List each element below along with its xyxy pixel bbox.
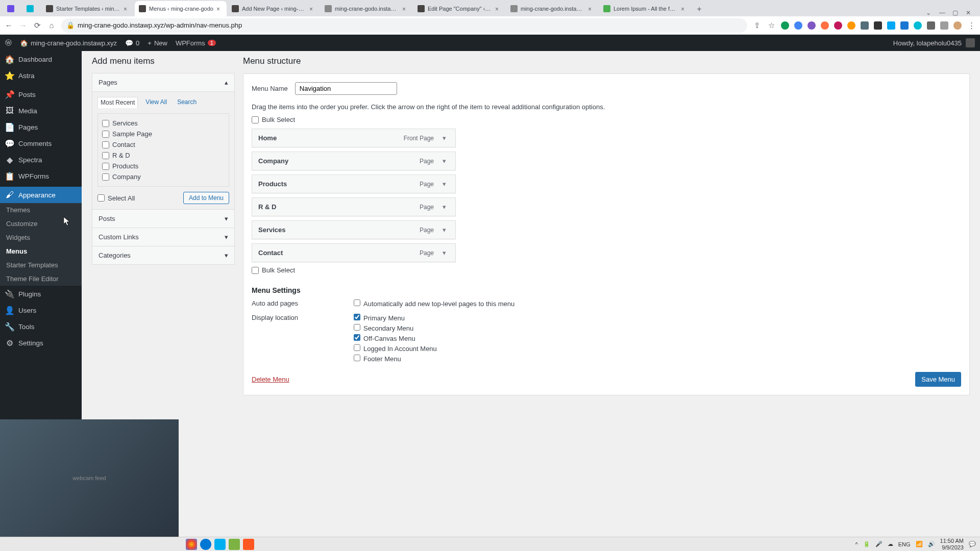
ext-icon[interactable] [900, 21, 909, 30]
browser-tab[interactable]: ming-crane-godo.instawp.xyz× [506, 1, 598, 16]
menu-item[interactable]: ServicesPage▾ [252, 220, 456, 239]
delete-menu-link[interactable]: Delete Menu [252, 375, 289, 383]
sidebar-item-appearance[interactable]: 🖌Appearance [0, 187, 82, 203]
categories-accordion[interactable]: Categories ▾ [92, 246, 235, 265]
taskbar-icon[interactable] [243, 539, 254, 550]
sidebar-item-users[interactable]: 👤Users [0, 302, 82, 318]
menu-icon[interactable]: ⋮ [967, 21, 976, 30]
auto-add-checkbox[interactable]: Automatically add new top-level pages to… [354, 299, 514, 308]
menu-item[interactable]: ContactPage▾ [252, 243, 456, 262]
ext-icon[interactable] [874, 21, 882, 30]
ext-icon[interactable] [927, 21, 935, 30]
page-checkbox[interactable]: Products [102, 161, 225, 171]
sidebar-sub-menus[interactable]: Menus [0, 244, 82, 258]
ext-icon[interactable] [834, 21, 842, 30]
pages-tab[interactable]: View All [143, 97, 169, 108]
tray-icon[interactable]: 🔋 [863, 541, 870, 547]
custom-links-accordion[interactable]: Custom Links ▾ [92, 228, 235, 246]
sidebar-item-media[interactable]: 🖼Media [0, 103, 82, 119]
ext-icon[interactable] [940, 21, 948, 30]
sidebar-item-plugins[interactable]: 🔌Plugins [0, 286, 82, 302]
ext-icon[interactable] [847, 21, 855, 30]
new-link[interactable]: + New [148, 39, 167, 47]
close-icon[interactable]: × [588, 6, 594, 12]
ext-icon[interactable] [887, 21, 895, 30]
save-menu-button[interactable]: Save Menu [915, 372, 961, 387]
page-checkbox[interactable]: Sample Page [102, 129, 225, 139]
pages-accordion[interactable]: Pages ▴ [92, 73, 235, 92]
menu-name-input[interactable] [295, 82, 397, 95]
close-icon[interactable]: × [495, 6, 501, 12]
reload-icon[interactable]: ⟳ [33, 21, 42, 30]
menu-item[interactable]: ProductsPage▾ [252, 174, 456, 193]
wpforms-link[interactable]: WPForms 1 [176, 39, 216, 47]
site-link[interactable]: 🏠 ming-crane-godo.instawp.xyz [20, 39, 117, 47]
menu-item[interactable]: CompanyPage▾ [252, 152, 456, 170]
tray-lang[interactable]: ENG [898, 541, 911, 547]
sidebar-item-tools[interactable]: 🔧Tools [0, 318, 82, 335]
chevron-down-icon[interactable]: ▾ [439, 226, 449, 234]
browser-tab[interactable]: Menus ‹ ming-crane-godo× [135, 1, 227, 16]
page-checkbox[interactable]: Services [102, 118, 225, 129]
page-checkbox[interactable]: Company [102, 171, 225, 182]
posts-accordion[interactable]: Posts ▾ [92, 209, 235, 228]
page-checkbox[interactable]: Contact [102, 139, 225, 150]
maximize-icon[interactable]: ▢ [952, 9, 960, 16]
add-to-menu-button[interactable]: Add to Menu [183, 192, 229, 204]
chevron-down-icon[interactable]: ▾ [439, 134, 449, 142]
close-icon[interactable]: × [216, 6, 223, 12]
sidebar-item-pages[interactable]: 📄Pages [0, 119, 82, 135]
page-checkbox[interactable]: R & D [102, 150, 225, 161]
browser-tab[interactable] [3, 1, 21, 16]
chevron-down-icon[interactable]: ▾ [439, 203, 449, 211]
tray-icon[interactable]: 🎤 [875, 541, 883, 547]
menu-item[interactable]: R & DPage▾ [252, 197, 456, 216]
tray-chevron-icon[interactable]: ^ [855, 541, 858, 547]
star-icon[interactable]: ☆ [767, 21, 776, 30]
ext-icon[interactable] [794, 21, 802, 30]
howdy-link[interactable]: Howdy, lolapeholu0435 [893, 38, 975, 47]
chevron-down-icon[interactable]: ▾ [439, 157, 449, 165]
browser-tab[interactable] [22, 1, 41, 16]
browser-tab[interactable]: Edit Page "Company" ‹ ming× [413, 1, 505, 16]
pages-tab[interactable]: Most Recent [97, 97, 138, 108]
select-all-checkbox[interactable]: Select All [97, 193, 135, 204]
taskbar-icon[interactable] [200, 539, 211, 550]
sidebar-sub-theme-file-editor[interactable]: Theme File Editor [0, 272, 82, 286]
sidebar-sub-customize[interactable]: Customize [0, 217, 82, 231]
sidebar-item-comments[interactable]: 💬Comments [0, 135, 82, 152]
ext-icon[interactable] [781, 21, 789, 30]
location-checkbox[interactable]: Primary Menu [354, 314, 437, 322]
ext-icon[interactable] [914, 21, 922, 30]
taskbar-icon[interactable] [186, 539, 197, 550]
tray-clock[interactable]: 11:50 AM9/9/2023 [940, 538, 964, 550]
ext-icon[interactable] [821, 21, 829, 30]
minimize-icon[interactable]: — [939, 9, 946, 16]
chevron-down-icon[interactable]: ⌄ [926, 9, 933, 16]
browser-tab[interactable]: Lorem Ipsum - All the facts -× [599, 1, 691, 16]
sidebar-sub-themes[interactable]: Themes [0, 203, 82, 217]
taskbar-icon[interactable] [229, 539, 240, 550]
sidebar-item-astra[interactable]: ⭐Astra [0, 67, 82, 84]
sidebar-item-posts[interactable]: 📌Posts [0, 86, 82, 103]
sidebar-item-spectra[interactable]: ◆Spectra [0, 152, 82, 168]
new-tab-button[interactable]: + [692, 2, 706, 16]
sidebar-item-dashboard[interactable]: 🏠Dashboard [0, 51, 82, 67]
bulk-select-bottom[interactable]: Bulk Select [252, 266, 961, 274]
back-icon[interactable]: ← [4, 21, 13, 30]
ext-icon[interactable] [807, 21, 816, 30]
taskbar-icon[interactable] [214, 539, 226, 550]
close-icon[interactable]: ✕ [966, 9, 973, 16]
location-checkbox[interactable]: Logged In Account Menu [354, 344, 437, 353]
close-icon[interactable]: × [124, 6, 130, 12]
menu-item[interactable]: HomeFront Page▾ [252, 129, 456, 147]
comments-link[interactable]: 💬 0 [125, 39, 139, 47]
chevron-down-icon[interactable]: ▾ [439, 180, 449, 188]
location-checkbox[interactable]: Secondary Menu [354, 324, 437, 332]
close-icon[interactable]: × [309, 6, 315, 12]
tray-notif-icon[interactable]: 💬 [969, 541, 976, 547]
pages-tab[interactable]: Search [175, 97, 199, 108]
sidebar-item-settings[interactable]: ⚙Settings [0, 335, 82, 351]
location-checkbox[interactable]: Off-Canvas Menu [354, 334, 437, 342]
ext-icon[interactable] [861, 21, 869, 30]
